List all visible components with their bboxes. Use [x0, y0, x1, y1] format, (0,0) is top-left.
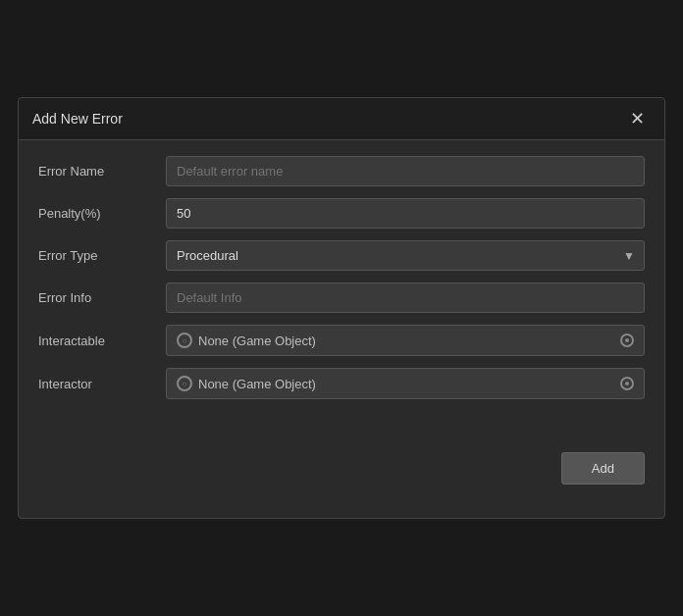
error-type-select[interactable]: Procedural Technical Behavioral [166, 240, 645, 271]
penalty-label: Penalty(%) [38, 206, 166, 221]
game-object-icon: ○ [177, 333, 192, 348]
interactor-label: Interactor [38, 377, 166, 391]
dialog-footer: Add [19, 436, 664, 500]
interactable-inner: ○ None (Game Object) [177, 333, 316, 348]
error-name-row: Error Name [38, 156, 645, 186]
dialog-title: Add New Error [32, 111, 123, 127]
interactable-field[interactable]: ○ None (Game Object) [166, 325, 645, 356]
target-picker-icon-2[interactable] [620, 377, 634, 390]
add-button[interactable]: Add [561, 452, 645, 485]
interactor-inner: ○ None (Game Object) [177, 376, 316, 391]
interactable-label: Interactable [38, 334, 166, 348]
error-info-label: Error Info [38, 290, 166, 305]
error-info-input[interactable] [166, 282, 645, 313]
penalty-row: Penalty(%) [38, 198, 645, 229]
interactor-value: None (Game Object) [198, 377, 316, 391]
interactor-row: Interactor ○ None (Game Object) [38, 368, 645, 399]
close-button[interactable]: ✕ [624, 108, 651, 129]
dialog-body: Error Name Penalty(%) Error Type Procedu… [19, 140, 664, 427]
penalty-input[interactable] [166, 198, 645, 229]
dialog-header: Add New Error ✕ [19, 98, 664, 140]
add-error-dialog: Add New Error ✕ Error Name Penalty(%) Er… [18, 97, 665, 519]
error-type-select-wrapper: Procedural Technical Behavioral ▼ [166, 240, 645, 271]
interactor-field[interactable]: ○ None (Game Object) [166, 368, 645, 399]
interactable-row: Interactable ○ None (Game Object) [38, 325, 645, 356]
error-info-row: Error Info [38, 282, 645, 313]
game-object-icon-2: ○ [177, 376, 192, 391]
error-name-label: Error Name [38, 164, 166, 179]
target-picker-icon[interactable] [620, 334, 634, 347]
interactable-value: None (Game Object) [198, 334, 316, 348]
error-type-label: Error Type [38, 248, 166, 263]
error-type-row: Error Type Procedural Technical Behavior… [38, 240, 645, 271]
error-name-input[interactable] [166, 156, 645, 186]
